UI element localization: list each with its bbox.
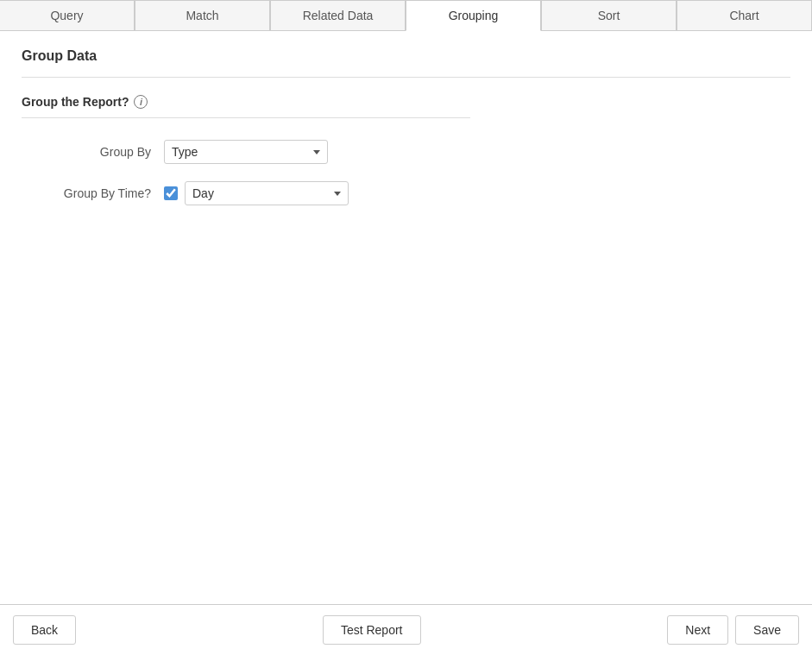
footer-left: Back bbox=[13, 615, 76, 645]
next-button[interactable]: Next bbox=[667, 615, 728, 645]
group-by-time-checkbox[interactable] bbox=[164, 186, 178, 200]
group-by-time-row: Group By Time? Day Week Month Year Hour bbox=[39, 181, 790, 205]
tab-match[interactable]: Match bbox=[135, 0, 270, 30]
group-by-time-container: Day Week Month Year Hour bbox=[164, 181, 349, 205]
info-icon[interactable]: i bbox=[134, 95, 148, 109]
time-period-select[interactable]: Day Week Month Year Hour bbox=[185, 181, 349, 205]
subsection-title-text: Group the Report? bbox=[22, 95, 129, 109]
test-report-button[interactable]: Test Report bbox=[323, 615, 421, 645]
group-by-row: Group By Type Category Status Date bbox=[39, 140, 790, 164]
back-button[interactable]: Back bbox=[13, 615, 76, 645]
tab-bar: Query Match Related Data Grouping Sort C… bbox=[0, 0, 812, 31]
tab-grouping[interactable]: Grouping bbox=[406, 0, 541, 31]
footer-center: Test Report bbox=[323, 615, 421, 645]
group-by-select[interactable]: Type Category Status Date bbox=[164, 140, 328, 164]
section-divider bbox=[22, 77, 790, 78]
tab-sort[interactable]: Sort bbox=[541, 0, 677, 30]
group-by-label: Group By bbox=[39, 145, 151, 159]
main-content: Group Data Group the Report? i Group By … bbox=[0, 31, 812, 604]
tab-chart[interactable]: Chart bbox=[677, 0, 812, 30]
tab-query[interactable]: Query bbox=[0, 0, 135, 30]
footer-right: Next Save bbox=[667, 615, 799, 645]
save-button[interactable]: Save bbox=[735, 615, 799, 645]
tab-related-data[interactable]: Related Data bbox=[270, 0, 406, 30]
section-title: Group Data bbox=[22, 48, 790, 64]
group-by-time-label: Group By Time? bbox=[39, 186, 151, 200]
subsection-title: Group the Report? i bbox=[22, 95, 470, 118]
footer: Back Test Report Next Save bbox=[0, 604, 812, 655]
